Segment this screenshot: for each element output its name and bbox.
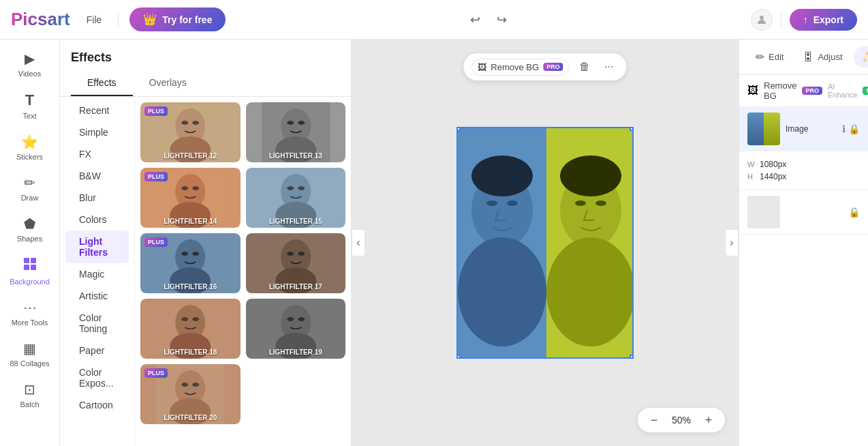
edit-icon: ✏	[756, 50, 764, 63]
collapse-right-button[interactable]: ›	[725, 229, 739, 256]
lf19-label: LIGHTFILTER 19	[246, 348, 346, 356]
resize-handle-bl[interactable]	[456, 355, 461, 359]
tab-overlays[interactable]: Overlays	[133, 70, 203, 96]
remove-bg-row-ai: AI Enhance	[828, 83, 857, 99]
undo-button[interactable]: ↩	[467, 10, 483, 30]
batch-icon: ⊡	[24, 381, 35, 398]
layer-name: Image	[786, 124, 837, 134]
resize-handle-tl[interactable]	[456, 127, 461, 131]
sidebar-item-draw[interactable]: ✏ Draw	[4, 169, 56, 207]
sidebar-item-collages[interactable]: ▦ 88 Collages	[4, 335, 56, 373]
filter-lf16[interactable]: PLUS LIGHTFILTER 16	[140, 233, 241, 293]
cat-blur[interactable]: Blur	[65, 187, 129, 209]
tab-effects[interactable]: ✨ Effects	[854, 46, 868, 68]
resize-handle-br[interactable]	[630, 355, 634, 359]
svg-point-19	[192, 186, 199, 190]
cat-recent[interactable]: Recent	[65, 100, 129, 121]
remove-bg-row: 🖼 Remove BG PRO AI Enhance NEW	[739, 75, 868, 107]
sidebar-more-tools-label: More Tools	[12, 318, 48, 327]
svg-point-13	[287, 121, 294, 125]
lf17-label: LIGHTFILTER 17	[246, 283, 346, 291]
tab-adjust[interactable]: 🎛 Adjust	[794, 47, 850, 68]
svg-point-53	[486, 200, 497, 206]
filter-lf14[interactable]: PLUS LIGHTFILTER 14	[140, 168, 241, 228]
sidebar-item-batch[interactable]: ⊡ Batch	[4, 376, 56, 414]
collapse-left-button[interactable]: ‹	[352, 229, 365, 256]
sidebar-item-shapes[interactable]: ⬟ Shapes	[4, 210, 56, 248]
layer-item-image[interactable]: Image ℹ 🔒	[739, 107, 868, 151]
svg-point-48	[181, 383, 188, 387]
sidebar-item-text[interactable]: T Text	[4, 86, 56, 125]
cat-magic[interactable]: Magic	[65, 263, 129, 285]
svg-point-55	[471, 155, 533, 196]
export-label: Export	[813, 14, 843, 25]
zoom-controls: − 50% +	[638, 408, 725, 432]
cat-simple[interactable]: Simple	[65, 121, 129, 143]
filter-lf20[interactable]: PLUS LIGHTFILTER 20	[140, 364, 241, 424]
sidebar-item-videos[interactable]: ▶ Videos	[4, 45, 56, 83]
sidebar-item-more-tools[interactable]: ⋯ More Tools	[4, 294, 56, 332]
lf14-plus-badge: PLUS	[144, 172, 168, 181]
sidebar-background-label: Background	[10, 278, 50, 286]
layer-info: Image	[786, 124, 837, 134]
svg-point-8	[181, 121, 188, 125]
layer-lock-2-button[interactable]: 🔒	[848, 207, 860, 218]
width-row: W 1080px	[747, 160, 860, 169]
cat-paper[interactable]: Paper	[65, 340, 129, 361]
export-button[interactable]: ↑ Export	[790, 9, 857, 31]
tab-edit[interactable]: ✏ Edit	[747, 46, 792, 68]
layer-item-2[interactable]: 🔒	[739, 190, 868, 235]
main-area: ▶ Videos T Text ⭐ Stickers ✏ Draw ⬟ Shap…	[0, 40, 868, 446]
filter-lf19[interactable]: LIGHTFILTER 19	[246, 299, 346, 359]
layer-lock-button[interactable]: 🔒	[848, 123, 860, 134]
tab-effects[interactable]: Effects	[71, 70, 133, 96]
svg-point-24	[298, 186, 305, 190]
sidebar-collages-label: 88 Collages	[10, 359, 49, 368]
svg-point-34	[298, 252, 305, 256]
cat-colors[interactable]: Colors	[65, 209, 129, 231]
w-value: 1080px	[760, 160, 786, 169]
zoom-out-button[interactable]: −	[646, 412, 662, 428]
export-icon: ↑	[803, 14, 808, 25]
sidebar-item-stickers[interactable]: ⭐ Stickers	[4, 128, 56, 166]
svg-point-18	[181, 186, 188, 190]
tab-edit-label: Edit	[769, 52, 784, 62]
filter-lf17[interactable]: LIGHTFILTER 17	[246, 233, 346, 293]
remove-bg-button[interactable]: 🖼 Remove BG PRO	[471, 59, 569, 76]
lf18-label: LIGHTFILTER 18	[140, 348, 241, 356]
lf12-plus-badge: PLUS	[144, 106, 168, 116]
filter-lf12[interactable]: PLUS LIGHTFILTER 12	[140, 102, 241, 162]
logo[interactable]: Picsart	[11, 9, 70, 30]
app-root: Picsart File 👑 Try for free ↩ ↪ ↑ Export	[0, 0, 868, 446]
filter-lf18[interactable]: LIGHTFILTER 18	[140, 299, 241, 359]
lf14-label: LIGHTFILTER 14	[140, 218, 241, 225]
cat-light-filters[interactable]: Light Filters	[65, 231, 129, 263]
filter-lf15[interactable]: LIGHTFILTER 15	[246, 168, 346, 228]
sidebar-item-background[interactable]: Background	[4, 251, 56, 291]
lf12-label: LIGHTFILTER 12	[140, 152, 241, 160]
redo-button[interactable]: ↪	[494, 10, 510, 30]
right-panel: ✏ Edit 🎛 Adjust ✨ Effects ··· 🖼 Remove B…	[739, 40, 868, 446]
resize-handle-tr[interactable]	[630, 127, 634, 131]
cat-bw[interactable]: B&W	[65, 165, 129, 187]
cat-color-expos[interactable]: Color Expos...	[65, 361, 129, 394]
user-icon	[756, 14, 767, 25]
lf20-plus-badge: PLUS	[144, 368, 168, 378]
layer-thumbnail	[747, 113, 780, 145]
canvas-image[interactable]	[456, 127, 634, 359]
cat-fx[interactable]: FX	[65, 143, 129, 165]
cat-color-toning[interactable]: Color Toning	[65, 307, 129, 340]
cat-artistic[interactable]: Artistic	[65, 285, 129, 307]
zoom-in-button[interactable]: +	[700, 412, 717, 428]
delete-button[interactable]: 🗑	[575, 57, 594, 76]
adjust-icon: 🎛	[803, 51, 813, 63]
filter-lf13[interactable]: LIGHTFILTER 13	[246, 102, 346, 162]
svg-point-0	[760, 16, 764, 20]
more-button[interactable]: ···	[600, 57, 619, 76]
effects-icon: ✨	[862, 50, 868, 63]
layer-info-button[interactable]: ℹ	[842, 123, 846, 134]
try-free-button[interactable]: 👑 Try for free	[129, 8, 226, 31]
cat-cartoon[interactable]: Cartoon	[65, 394, 129, 416]
user-avatar[interactable]	[751, 9, 773, 31]
file-menu[interactable]: File	[81, 12, 108, 28]
